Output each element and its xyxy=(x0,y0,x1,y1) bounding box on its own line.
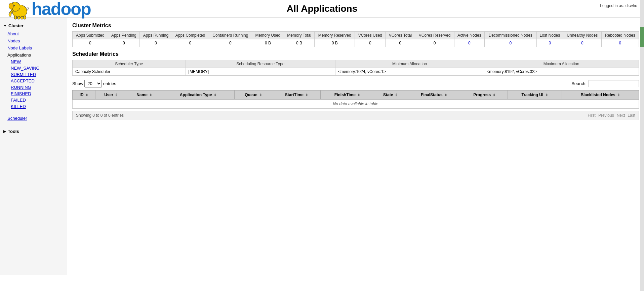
cluster-section-label: Cluster xyxy=(8,23,24,28)
progress-sort-icon: ⇕ xyxy=(493,93,495,97)
app-type-sort-icon: ⇕ xyxy=(214,93,216,97)
col-memory-reserved: Memory Reserved xyxy=(315,32,355,39)
apps-col-progress[interactable]: Progress ⇕ xyxy=(461,90,508,100)
sched-val-type: Capacity Scheduler xyxy=(73,68,186,76)
blacklisted-nodes-sort-icon: ⇕ xyxy=(617,93,620,97)
show-entries-area: Show 10 20 25 50 100 entries xyxy=(72,80,116,87)
cluster-metrics-data-row: 0 0 0 0 0 0 B 0 B 0 B 0 0 0 0 0 0 0 0 xyxy=(73,39,639,47)
sched-val-min-alloc: <memory:1024, vCores:1> xyxy=(335,68,484,76)
scrollbar-thumb[interactable] xyxy=(640,27,644,47)
pagination-next: Next xyxy=(617,113,625,118)
apps-col-name[interactable]: Name ⇕ xyxy=(127,90,162,100)
no-data-message: No data available in table xyxy=(73,100,639,109)
apps-col-queue[interactable]: Queue ⇕ xyxy=(234,90,272,100)
sched-col-resource-type: Scheduling Resource Type xyxy=(186,60,335,68)
pagination: Showing 0 to 0 of 0 entries First Previo… xyxy=(72,111,639,120)
svg-rect-6 xyxy=(17,16,20,19)
sched-col-max-alloc: Maximum Allocation xyxy=(484,60,639,68)
apps-col-start-time[interactable]: StartTime ⇕ xyxy=(272,90,321,100)
val-memory-reserved: 0 B xyxy=(315,39,355,47)
col-lost-nodes: Lost Nodes xyxy=(536,32,563,39)
cluster-section-header[interactable]: ▼ Cluster xyxy=(0,21,67,30)
pagination-buttons: First Previous Next Last xyxy=(588,113,635,118)
val-memory-used: 0 B xyxy=(252,39,284,47)
logo-area: hadoop xyxy=(7,0,91,20)
finish-time-sort-icon: ⇕ xyxy=(357,93,360,97)
pagination-info: Showing 0 to 0 of 0 entries xyxy=(76,113,124,118)
cluster-arrow-icon: ▼ xyxy=(3,24,7,28)
apps-header-row: ID ⇕ User ⇕ Name ⇕ Application Type ⇕ xyxy=(73,90,639,100)
sched-val-max-alloc: <memory:8192, vCores:32> xyxy=(484,68,639,76)
sidebar: ▼ Cluster About Nodes Node Labels Applic… xyxy=(0,18,67,275)
sidebar-item-nodes[interactable]: Nodes xyxy=(0,37,67,44)
user-sort-icon: ⇕ xyxy=(115,93,118,97)
sidebar-item-finished[interactable]: FINISHED xyxy=(0,90,67,97)
tools-section-header[interactable]: ▶ Tools xyxy=(0,127,67,136)
val-vcores-used: 0 xyxy=(355,39,386,47)
col-decommissioned-nodes: Decommissioned Nodes xyxy=(485,32,536,39)
val-vcores-total: 0 xyxy=(386,39,415,47)
val-unhealthy-nodes[interactable]: 0 xyxy=(563,39,601,47)
col-active-nodes: Active Nodes xyxy=(454,32,484,39)
search-input[interactable] xyxy=(589,80,639,87)
table-controls: Show 10 20 25 50 100 entries Search: xyxy=(72,80,639,87)
apps-col-blacklisted-nodes[interactable]: Blacklisted Nodes ⇕ xyxy=(562,90,639,100)
val-decommissioned-nodes[interactable]: 0 xyxy=(485,39,536,47)
val-memory-total: 0 B xyxy=(284,39,315,47)
scheduler-metrics-title: Scheduler Metrics xyxy=(72,51,639,57)
page-title: All Applications xyxy=(287,3,358,14)
svg-point-3 xyxy=(14,5,15,6)
show-entries-select[interactable]: 10 20 25 50 100 xyxy=(84,80,102,87)
tools-section-label: Tools xyxy=(8,129,19,134)
sched-val-resource-type: [MEMORY] xyxy=(186,68,335,76)
hadoop-elephant-icon xyxy=(7,0,30,20)
apps-col-state[interactable]: State ⇕ xyxy=(374,90,407,100)
show-label: Show xyxy=(72,81,83,86)
col-apps-pending: Apps Pending xyxy=(108,32,140,39)
sidebar-item-applications-label: Applications xyxy=(0,51,67,59)
val-rebooted-nodes[interactable]: 0 xyxy=(601,39,639,47)
apps-col-finish-time[interactable]: FinishTime ⇕ xyxy=(321,90,374,100)
search-label: Search: xyxy=(571,81,587,86)
apps-col-application-type[interactable]: Application Type ⇕ xyxy=(162,90,234,100)
name-sort-icon: ⇕ xyxy=(149,93,152,97)
apps-col-final-status[interactable]: FinalStatus ⇕ xyxy=(407,90,461,100)
sidebar-item-submitted[interactable]: SUBMITTED xyxy=(0,71,67,78)
val-apps-submitted: 0 xyxy=(73,39,108,47)
scheduler-data-row: Capacity Scheduler [MEMORY] <memory:1024… xyxy=(73,68,639,76)
svg-point-2 xyxy=(9,3,13,9)
sidebar-item-node-labels[interactable]: Node Labels xyxy=(0,44,67,51)
sidebar-item-scheduler[interactable]: Scheduler xyxy=(0,115,67,122)
val-lost-nodes[interactable]: 0 xyxy=(536,39,563,47)
queue-sort-icon: ⇕ xyxy=(259,93,262,97)
sidebar-item-new-saving[interactable]: NEW_SAVING xyxy=(0,65,67,71)
val-active-nodes[interactable]: 0 xyxy=(454,39,484,47)
scrollbar[interactable] xyxy=(640,0,644,275)
col-unhealthy-nodes: Unhealthy Nodes xyxy=(563,32,601,39)
scheduler-metrics-table: Scheduler Type Scheduling Resource Type … xyxy=(72,60,639,76)
cluster-metrics-title: Cluster Metrics xyxy=(72,23,639,29)
sched-col-min-alloc: Minimum Allocation xyxy=(335,60,484,68)
logo-text: hadoop xyxy=(32,0,91,19)
sidebar-item-running[interactable]: RUNNING xyxy=(0,84,67,90)
sidebar-item-killed[interactable]: KILLED xyxy=(0,103,67,110)
col-vcores-reserved: VCores Reserved xyxy=(415,32,454,39)
svg-rect-7 xyxy=(21,16,23,19)
apps-col-user[interactable]: User ⇕ xyxy=(95,90,127,100)
col-apps-running: Apps Running xyxy=(140,32,172,39)
sidebar-item-new[interactable]: NEW xyxy=(0,59,67,65)
start-time-sort-icon: ⇕ xyxy=(305,93,308,97)
login-info: Logged in as: dr.who xyxy=(600,3,637,8)
tools-arrow-icon: ▶ xyxy=(3,130,6,133)
val-apps-completed: 0 xyxy=(172,39,209,47)
val-apps-pending: 0 xyxy=(108,39,140,47)
sidebar-item-accepted[interactable]: ACCEPTED xyxy=(0,78,67,84)
col-apps-completed: Apps Completed xyxy=(172,32,209,39)
sidebar-item-failed[interactable]: FAILED xyxy=(0,97,67,103)
col-apps-submitted: Apps Submitted xyxy=(73,32,108,39)
sidebar-item-about[interactable]: About xyxy=(0,30,67,37)
apps-col-id[interactable]: ID ⇕ xyxy=(73,90,95,100)
svg-rect-8 xyxy=(24,16,26,19)
col-vcores-total: VCores Total xyxy=(386,32,415,39)
apps-col-tracking-ui[interactable]: Tracking UI ⇕ xyxy=(508,90,562,100)
